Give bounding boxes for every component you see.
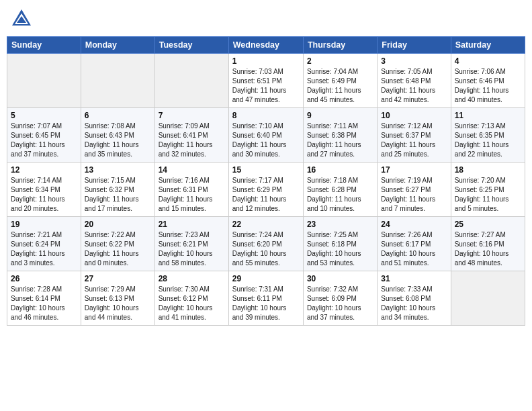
day-info: Sunrise: 7:31 AM Sunset: 6:11 PM Dayligh… xyxy=(232,285,300,322)
calendar-cell: 31Sunrise: 7:33 AM Sunset: 6:08 PM Dayli… xyxy=(378,271,451,326)
calendar-cell: 27Sunrise: 7:29 AM Sunset: 6:13 PM Dayli… xyxy=(81,271,154,326)
day-number: 2 xyxy=(307,56,373,66)
day-info: Sunrise: 7:14 AM Sunset: 6:34 PM Dayligh… xyxy=(11,176,77,214)
day-info: Sunrise: 7:23 AM Sunset: 6:21 PM Dayligh… xyxy=(159,230,225,268)
day-number: 27 xyxy=(85,274,151,283)
column-header-monday: Monday xyxy=(81,37,154,54)
day-info: Sunrise: 7:27 AM Sunset: 6:16 PM Dayligh… xyxy=(455,230,521,268)
day-number: 4 xyxy=(455,56,521,66)
calendar-cell: 26Sunrise: 7:28 AM Sunset: 6:14 PM Dayli… xyxy=(7,271,81,326)
day-info: Sunrise: 7:10 AM Sunset: 6:40 PM Dayligh… xyxy=(232,122,300,159)
calendar-cell: 17Sunrise: 7:19 AM Sunset: 6:27 PM Dayli… xyxy=(378,163,451,217)
day-number: 7 xyxy=(159,111,225,120)
day-info: Sunrise: 7:03 AM Sunset: 6:51 PM Dayligh… xyxy=(232,67,300,105)
day-info: Sunrise: 7:28 AM Sunset: 6:14 PM Dayligh… xyxy=(11,285,77,322)
day-number: 23 xyxy=(307,220,373,229)
day-number: 1 xyxy=(232,56,300,66)
logo-icon xyxy=(9,7,34,31)
day-info: Sunrise: 7:18 AM Sunset: 6:28 PM Dayligh… xyxy=(307,176,373,214)
calendar-cell xyxy=(451,271,525,326)
day-info: Sunrise: 7:05 AM Sunset: 6:48 PM Dayligh… xyxy=(381,67,447,105)
calendar-cell: 2Sunrise: 7:04 AM Sunset: 6:49 PM Daylig… xyxy=(303,54,377,108)
day-info: Sunrise: 7:20 AM Sunset: 6:25 PM Dayligh… xyxy=(455,176,521,214)
calendar-cell: 23Sunrise: 7:25 AM Sunset: 6:18 PM Dayli… xyxy=(303,217,377,271)
calendar-cell xyxy=(81,54,154,108)
calendar-cell: 7Sunrise: 7:09 AM Sunset: 6:41 PM Daylig… xyxy=(154,108,228,163)
day-number: 14 xyxy=(159,165,225,175)
day-info: Sunrise: 7:07 AM Sunset: 6:45 PM Dayligh… xyxy=(11,122,77,159)
calendar-cell: 28Sunrise: 7:30 AM Sunset: 6:12 PM Dayli… xyxy=(154,271,228,326)
column-header-wednesday: Wednesday xyxy=(228,37,303,54)
calendar-cell: 8Sunrise: 7:10 AM Sunset: 6:40 PM Daylig… xyxy=(228,108,303,163)
calendar-cell: 1Sunrise: 7:03 AM Sunset: 6:51 PM Daylig… xyxy=(228,54,303,108)
calendar-week-row: 19Sunrise: 7:21 AM Sunset: 6:24 PM Dayli… xyxy=(7,217,525,271)
calendar-table: SundayMondayTuesdayWednesdayThursdayFrid… xyxy=(7,36,525,326)
calendar-cell: 24Sunrise: 7:26 AM Sunset: 6:17 PM Dayli… xyxy=(378,217,451,271)
calendar-cell xyxy=(154,54,228,108)
day-number: 15 xyxy=(232,165,300,175)
calendar-cell xyxy=(7,54,81,108)
day-number: 3 xyxy=(381,56,447,66)
calendar-week-row: 5Sunrise: 7:07 AM Sunset: 6:45 PM Daylig… xyxy=(7,108,525,163)
day-number: 18 xyxy=(455,165,521,175)
day-number: 17 xyxy=(381,165,447,175)
day-number: 30 xyxy=(307,274,373,283)
day-info: Sunrise: 7:25 AM Sunset: 6:18 PM Dayligh… xyxy=(307,230,373,268)
calendar-cell: 29Sunrise: 7:31 AM Sunset: 6:11 PM Dayli… xyxy=(228,271,303,326)
calendar-week-row: 26Sunrise: 7:28 AM Sunset: 6:14 PM Dayli… xyxy=(7,271,525,326)
calendar-cell: 9Sunrise: 7:11 AM Sunset: 6:38 PM Daylig… xyxy=(303,108,377,163)
calendar-cell: 14Sunrise: 7:16 AM Sunset: 6:31 PM Dayli… xyxy=(154,163,228,217)
calendar-cell: 30Sunrise: 7:32 AM Sunset: 6:09 PM Dayli… xyxy=(303,271,377,326)
day-number: 8 xyxy=(232,111,300,120)
day-info: Sunrise: 7:22 AM Sunset: 6:22 PM Dayligh… xyxy=(85,230,151,268)
column-header-thursday: Thursday xyxy=(303,37,377,54)
day-number: 11 xyxy=(455,111,521,120)
day-info: Sunrise: 7:11 AM Sunset: 6:38 PM Dayligh… xyxy=(307,122,373,159)
day-number: 19 xyxy=(11,220,77,229)
calendar-week-row: 1Sunrise: 7:03 AM Sunset: 6:51 PM Daylig… xyxy=(7,54,525,108)
calendar-cell: 21Sunrise: 7:23 AM Sunset: 6:21 PM Dayli… xyxy=(154,217,228,271)
day-info: Sunrise: 7:13 AM Sunset: 6:35 PM Dayligh… xyxy=(455,122,521,159)
day-number: 12 xyxy=(11,165,77,175)
day-number: 25 xyxy=(455,220,521,229)
day-info: Sunrise: 7:26 AM Sunset: 6:17 PM Dayligh… xyxy=(381,230,447,268)
day-info: Sunrise: 7:19 AM Sunset: 6:27 PM Dayligh… xyxy=(381,176,447,214)
calendar-cell: 15Sunrise: 7:17 AM Sunset: 6:29 PM Dayli… xyxy=(228,163,303,217)
day-info: Sunrise: 7:24 AM Sunset: 6:20 PM Dayligh… xyxy=(232,230,300,268)
calendar-cell: 25Sunrise: 7:27 AM Sunset: 6:16 PM Dayli… xyxy=(451,217,525,271)
day-number: 22 xyxy=(232,220,300,229)
calendar-cell: 10Sunrise: 7:12 AM Sunset: 6:37 PM Dayli… xyxy=(378,108,451,163)
calendar-week-row: 12Sunrise: 7:14 AM Sunset: 6:34 PM Dayli… xyxy=(7,163,525,217)
calendar-cell: 3Sunrise: 7:05 AM Sunset: 6:48 PM Daylig… xyxy=(378,54,451,108)
day-number: 29 xyxy=(232,274,300,283)
calendar-cell: 22Sunrise: 7:24 AM Sunset: 6:20 PM Dayli… xyxy=(228,217,303,271)
calendar-cell: 4Sunrise: 7:06 AM Sunset: 6:46 PM Daylig… xyxy=(451,54,525,108)
logo xyxy=(9,7,36,31)
calendar-cell: 20Sunrise: 7:22 AM Sunset: 6:22 PM Dayli… xyxy=(81,217,154,271)
day-number: 31 xyxy=(381,274,447,283)
day-info: Sunrise: 7:08 AM Sunset: 6:43 PM Dayligh… xyxy=(85,122,151,159)
day-number: 24 xyxy=(381,220,447,229)
day-number: 20 xyxy=(85,220,151,229)
day-info: Sunrise: 7:12 AM Sunset: 6:37 PM Dayligh… xyxy=(381,122,447,159)
page-header xyxy=(7,7,525,31)
day-number: 13 xyxy=(85,165,151,175)
day-number: 26 xyxy=(11,274,77,283)
day-number: 21 xyxy=(159,220,225,229)
day-info: Sunrise: 7:06 AM Sunset: 6:46 PM Dayligh… xyxy=(455,67,521,105)
column-header-saturday: Saturday xyxy=(451,37,525,54)
day-number: 5 xyxy=(11,111,77,120)
day-info: Sunrise: 7:09 AM Sunset: 6:41 PM Dayligh… xyxy=(159,122,225,159)
day-number: 28 xyxy=(159,274,225,283)
day-info: Sunrise: 7:21 AM Sunset: 6:24 PM Dayligh… xyxy=(11,230,77,268)
day-number: 9 xyxy=(307,111,373,120)
day-info: Sunrise: 7:15 AM Sunset: 6:32 PM Dayligh… xyxy=(85,176,151,214)
day-number: 16 xyxy=(307,165,373,175)
calendar-cell: 13Sunrise: 7:15 AM Sunset: 6:32 PM Dayli… xyxy=(81,163,154,217)
calendar-cell: 12Sunrise: 7:14 AM Sunset: 6:34 PM Dayli… xyxy=(7,163,81,217)
calendar-cell: 11Sunrise: 7:13 AM Sunset: 6:35 PM Dayli… xyxy=(451,108,525,163)
day-info: Sunrise: 7:32 AM Sunset: 6:09 PM Dayligh… xyxy=(307,285,373,322)
calendar-cell: 18Sunrise: 7:20 AM Sunset: 6:25 PM Dayli… xyxy=(451,163,525,217)
day-number: 6 xyxy=(85,111,151,120)
day-info: Sunrise: 7:17 AM Sunset: 6:29 PM Dayligh… xyxy=(232,176,300,214)
